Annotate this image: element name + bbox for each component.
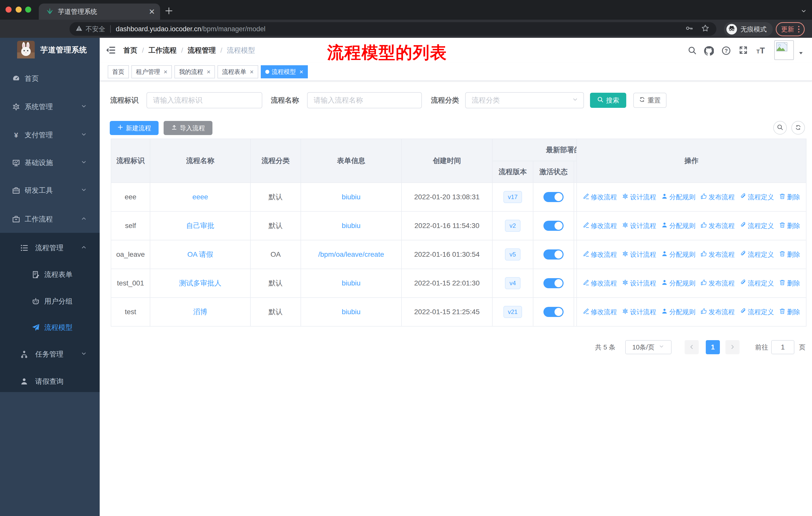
password-key-icon[interactable] [686,24,693,34]
app-logo[interactable]: 芋道管理系统 [0,38,100,61]
filter-name-input[interactable]: 请输入流程名称 [307,92,422,108]
browser-tab[interactable]: 芋道管理系统 ✕ [39,3,160,20]
filter-category-select[interactable]: 流程分类 [465,92,584,108]
action-修改流程[interactable]: 修改流程 [583,250,617,259]
action-分配规则[interactable]: 分配规则 [661,279,695,288]
active-toggle[interactable] [544,221,563,231]
action-发布流程[interactable]: 发布流程 [700,193,735,201]
action-修改流程[interactable]: 修改流程 [583,308,617,317]
action-流程定义[interactable]: 流程定义 [740,279,774,288]
search-button[interactable]: 搜索 [590,93,626,108]
action-删除[interactable]: 删除 [779,250,800,259]
tab-close-icon[interactable]: ✕ [149,7,155,16]
next-page-button[interactable] [725,340,740,354]
user-menu-caret-icon[interactable] [799,48,804,58]
help-icon[interactable]: ? [721,46,731,57]
maximize-window-button[interactable] [25,6,31,12]
minimize-window-button[interactable] [16,6,22,12]
action-流程定义[interactable]: 流程定义 [740,193,774,201]
create-process-button[interactable]: 新建流程 [110,121,158,135]
sidebar-toggle-icon[interactable] [106,45,115,57]
sidebar-item-系统管理[interactable]: 系统管理 [0,96,100,118]
action-分配规则[interactable]: 分配规则 [661,250,695,259]
action-流程定义[interactable]: 流程定义 [740,250,774,259]
browser-update-button[interactable]: 更新 [776,22,805,36]
sidebar-item-研发工具[interactable]: 研发工具 [0,180,100,201]
bookmark-star-icon[interactable] [701,24,709,34]
action-修改流程[interactable]: 修改流程 [583,193,617,201]
action-发布流程[interactable]: 发布流程 [700,279,735,288]
browser-menu-icon[interactable] [798,26,800,32]
sidebar-item-首页[interactable]: 首页 [0,67,100,90]
cell-form-link[interactable]: /bpm/oa/leave/create [301,240,402,269]
action-流程定义[interactable]: 流程定义 [740,308,774,317]
action-设计流程[interactable]: 设计流程 [622,308,656,317]
action-发布流程[interactable]: 发布流程 [700,250,735,259]
action-删除[interactable]: 删除 [779,193,800,201]
close-icon[interactable]: × [164,68,167,76]
sidebar-item-任务管理[interactable]: 任务管理 [0,343,100,365]
action-删除[interactable]: 删除 [779,279,800,288]
action-设计流程[interactable]: 设计流程 [622,250,656,259]
action-设计流程[interactable]: 设计流程 [622,279,656,288]
active-toggle[interactable] [544,192,563,202]
action-分配规则[interactable]: 分配规则 [661,308,695,317]
tab-search-icon[interactable] [801,7,807,17]
action-发布流程[interactable]: 发布流程 [700,221,735,230]
prev-page-button[interactable] [685,340,699,354]
current-page-button[interactable]: 1 [706,340,720,354]
cell-name-link[interactable]: OA 请假 [150,240,251,269]
action-设计流程[interactable]: 设计流程 [622,221,656,230]
action-发布流程[interactable]: 发布流程 [700,308,735,317]
action-删除[interactable]: 删除 [779,221,800,230]
action-设计流程[interactable]: 设计流程 [622,193,656,201]
cell-form-link[interactable]: biubiu [301,269,402,298]
sidebar-item-流程表单[interactable]: 流程表单 [0,264,100,286]
active-toggle[interactable] [544,249,563,260]
close-window-button[interactable] [5,6,11,12]
sidebar-item-工作流程[interactable]: 工作流程 [0,208,100,230]
sidebar-item-用户分组[interactable]: 用户分组 [0,290,100,313]
goto-page-input[interactable]: 1 [771,340,794,354]
address-bar[interactable]: 不安全 dashboard.yudao.iocoder.cn/bpm/manag… [69,22,716,36]
close-icon[interactable]: × [207,68,210,76]
cell-name-link[interactable]: 测试多审批人 [150,269,251,298]
github-icon[interactable] [704,46,714,58]
close-icon[interactable]: × [250,68,254,76]
search-icon[interactable] [688,46,697,57]
tag-流程表单[interactable]: 流程表单× [218,65,258,78]
fullscreen-icon[interactable] [739,46,748,56]
page-size-select[interactable]: 10条/页 [625,340,671,354]
sidebar-item-请假查询[interactable]: 请假查询 [0,370,100,392]
tag-首页[interactable]: 首页 [108,65,129,78]
breadcrumb-item[interactable]: 流程管理 [188,46,216,55]
close-icon[interactable]: × [299,68,303,76]
filter-id-input[interactable]: 请输入流程标识 [146,92,262,108]
reset-button[interactable]: 重置 [633,93,667,108]
action-分配规则[interactable]: 分配规则 [661,193,695,201]
cell-form-link[interactable]: biubiu [301,183,402,211]
cell-name-link[interactable]: eeee [150,183,251,211]
breadcrumb-item[interactable]: 工作流程 [148,46,177,55]
show-search-button[interactable] [773,121,787,135]
action-修改流程[interactable]: 修改流程 [583,279,617,288]
cell-form-link[interactable]: biubiu [301,211,402,240]
sidebar-item-流程管理[interactable]: 流程管理 [0,237,100,259]
new-tab-button[interactable] [165,7,173,17]
tag-租户管理[interactable]: 租户管理× [132,65,172,78]
action-删除[interactable]: 删除 [779,308,800,317]
action-分配规则[interactable]: 分配规则 [661,221,695,230]
cell-name-link[interactable]: 滔博 [150,298,251,326]
sidebar-item-基础设施[interactable]: 基础设施 [0,152,100,174]
refresh-table-button[interactable] [791,121,805,135]
tag-流程模型[interactable]: 流程模型× [261,65,308,78]
import-process-button[interactable]: 导入流程 [164,121,212,135]
tag-我的流程[interactable]: 我的流程× [174,65,215,78]
active-toggle[interactable] [544,307,563,317]
breadcrumb-item[interactable]: 首页 [123,46,138,55]
active-toggle[interactable] [544,278,563,288]
font-size-icon[interactable]: TT [756,46,765,57]
cell-form-link[interactable]: biubiu [301,298,402,326]
cell-name-link[interactable]: 自己审批 [150,211,251,240]
user-avatar[interactable] [774,40,794,60]
